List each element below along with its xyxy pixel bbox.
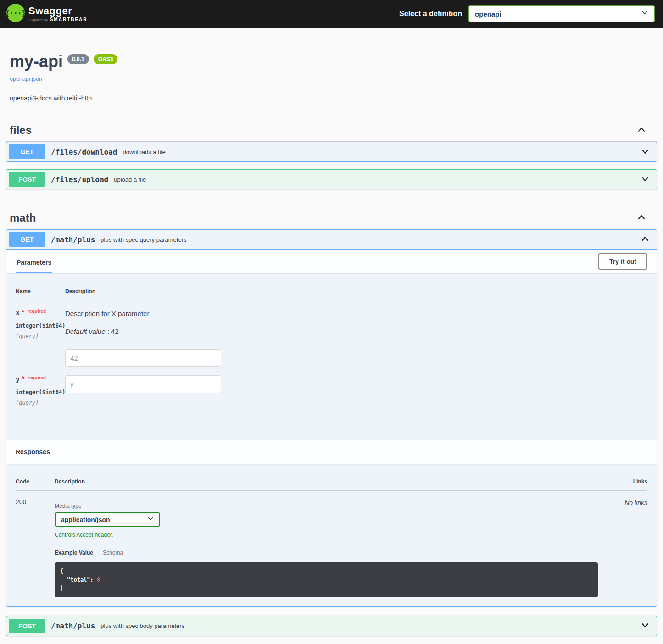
- param-type: integer($int64): [16, 322, 65, 329]
- response-code: 200: [16, 498, 55, 597]
- spec-link[interactable]: openapi.json: [10, 76, 42, 82]
- method-badge-post: POST: [9, 172, 45, 187]
- op-path: /math/plus: [51, 622, 95, 630]
- param-name: y * required: [16, 375, 65, 383]
- opblock-get-math-plus: GET /math/plus plus with spec query para…: [6, 229, 657, 607]
- opblock-summary-math-plus-get[interactable]: GET /math/plus plus with spec query para…: [6, 230, 657, 250]
- chevron-down-icon: [641, 9, 648, 18]
- op-summary-text: upload a file: [114, 176, 146, 183]
- collapse-operation-button[interactable]: [636, 234, 654, 245]
- tag-section-files: files GET /files/download downloads a fi…: [6, 119, 657, 189]
- opblock-summary-files-download[interactable]: GET /files/download downloads a file: [6, 142, 657, 161]
- param-location: (query): [16, 400, 65, 406]
- media-type-select[interactable]: application/json: [55, 512, 160, 527]
- chevron-up-icon: [641, 234, 650, 245]
- tag-header-files[interactable]: files: [6, 119, 657, 142]
- expand-operation-button[interactable]: [636, 174, 654, 185]
- code-line: "total": 0: [60, 576, 592, 584]
- opblock-summary-files-upload[interactable]: POST /files/upload upload a file: [6, 170, 657, 189]
- chevron-down-icon: [147, 516, 154, 524]
- param-y-input[interactable]: [65, 375, 221, 393]
- svg-text:{···}: {···}: [6, 9, 25, 17]
- responses-table: Code Description Links 200 Media type ap…: [6, 464, 657, 606]
- op-path: /files/download: [51, 148, 117, 156]
- param-description: Description for X parameter: [65, 310, 647, 317]
- required-label: required: [27, 375, 46, 380]
- definition-select[interactable]: openapi: [468, 5, 655, 22]
- op-summary-text: downloads a file: [123, 149, 166, 155]
- response-row-200: 200 Media type application/json Controls…: [16, 491, 647, 597]
- opblock-post-files-upload: POST /files/upload upload a file: [6, 169, 657, 189]
- response-links: No links: [605, 498, 647, 597]
- tag-header-math[interactable]: math: [6, 207, 657, 229]
- brand-smartbear: SMARTBEAR: [50, 17, 88, 22]
- collapse-files-button[interactable]: [630, 125, 653, 136]
- required-star: *: [22, 375, 24, 383]
- tab-parameters[interactable]: Parameters: [16, 252, 52, 273]
- chevron-up-icon: [637, 125, 646, 136]
- tag-section-math: math GET /math/plus plus with spec query…: [6, 207, 657, 636]
- op-path: /math/plus: [51, 235, 95, 244]
- op-summary-text: plus with spec body parameters: [100, 622, 184, 629]
- tag-title-math: math: [10, 211, 36, 224]
- page-title: my-api 0.0.1 OAS3: [10, 51, 653, 71]
- expand-operation-button[interactable]: [636, 621, 654, 631]
- parameters-header: Parameters Try it out: [6, 250, 657, 273]
- opblock-body: Parameters Try it out Name Description x: [6, 250, 657, 606]
- opblock-summary-math-plus-post[interactable]: POST /math/plus plus with spec body para…: [6, 616, 657, 636]
- chevron-down-icon: [641, 174, 650, 185]
- op-summary-text: plus with spec query parameters: [100, 236, 186, 243]
- code-column-header: Code: [16, 478, 55, 485]
- oas-badge: OAS3: [94, 54, 118, 64]
- required-star: *: [22, 309, 24, 316]
- brand-supported-by: Supported by: [28, 18, 48, 22]
- method-badge-get: GET: [9, 232, 45, 247]
- method-badge-get: GET: [9, 144, 45, 159]
- opblock-get-files-download: GET /files/download downloads a file: [6, 142, 657, 162]
- collapse-math-button[interactable]: [630, 213, 653, 223]
- param-type: integer($int64): [16, 389, 65, 395]
- chevron-down-icon: [641, 147, 650, 157]
- param-x-input[interactable]: [65, 349, 221, 367]
- swagger-logo-icon: {···}: [6, 4, 25, 24]
- links-column-header: Links: [605, 478, 647, 485]
- param-row-x: x * required integer($int64) (query) Des…: [16, 300, 647, 367]
- tag-title-files: files: [10, 124, 32, 137]
- param-location: (query): [16, 333, 65, 339]
- tab-divider: [98, 549, 98, 556]
- topbar: {···} Swagger Supported by SMARTBEAR Sel…: [0, 0, 663, 28]
- chevron-down-icon: [641, 621, 650, 631]
- param-row-y: y * required integer($int64) (query): [16, 367, 647, 406]
- opblock-post-math-plus: POST /math/plus plus with spec body para…: [6, 616, 657, 636]
- tab-example-value[interactable]: Example Value: [55, 550, 93, 556]
- media-type-label: Media type: [55, 503, 605, 509]
- main-content: my-api 0.0.1 OAS3 openapi.json openapi3-…: [0, 28, 663, 644]
- description-column-header: Description: [55, 478, 605, 485]
- brand-name: Swagger: [28, 6, 88, 16]
- example-code-block: { "total": 0 }: [55, 562, 598, 597]
- required-label: required: [27, 309, 46, 314]
- example-tabs: Example Value Schema: [55, 549, 605, 556]
- api-info: my-api 0.0.1 OAS3 openapi.json openapi3-…: [6, 28, 657, 102]
- description-column-header: Description: [65, 288, 647, 294]
- definition-select-value: openapi: [475, 10, 501, 18]
- chevron-up-icon: [637, 213, 646, 223]
- code-line: }: [60, 584, 592, 593]
- param-default: Default value : 42: [65, 328, 647, 335]
- tab-schema[interactable]: Schema: [103, 550, 123, 556]
- method-badge-post: POST: [9, 619, 45, 633]
- responses-title: Responses: [16, 448, 50, 455]
- op-path: /files/upload: [51, 175, 108, 184]
- parameters-table: Name Description x * required integer($i…: [6, 273, 657, 440]
- api-title-text: my-api: [10, 51, 63, 71]
- expand-operation-button[interactable]: [636, 147, 654, 157]
- accept-header-note: Controls Accept header.: [55, 532, 605, 538]
- media-type-value: application/json: [61, 516, 110, 523]
- swagger-logo[interactable]: {···} Swagger Supported by SMARTBEAR: [6, 4, 88, 24]
- version-badge: 0.0.1: [67, 54, 89, 64]
- code-line: {: [60, 567, 592, 576]
- try-it-out-button[interactable]: Try it out: [598, 253, 647, 270]
- responses-header: Responses: [6, 440, 657, 464]
- name-column-header: Name: [16, 288, 65, 294]
- param-name: x * required: [16, 309, 65, 317]
